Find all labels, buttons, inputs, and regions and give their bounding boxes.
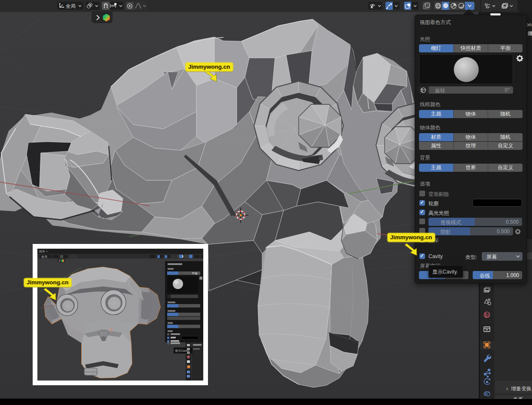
- svg-text:全局: 全局: [41, 255, 47, 259]
- svg-text:平面: 平面: [192, 272, 198, 275]
